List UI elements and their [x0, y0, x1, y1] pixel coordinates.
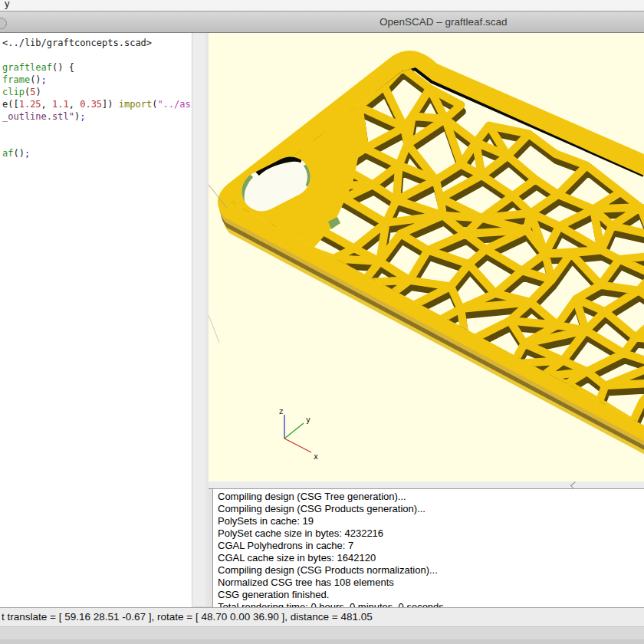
code-line: af(); — [0, 147, 192, 159]
window-button-icon[interactable] — [0, 18, 7, 29]
console-line: Compiling design (CSG Tree generation)..… — [213, 491, 644, 503]
window-title: OpenSCAD – graftleaf.scad — [380, 16, 508, 28]
code-line: <../lib/graftconcepts.scad> — [0, 37, 192, 49]
console-line: CSG generation finished. — [213, 589, 644, 601]
z-axis-label: z — [279, 407, 283, 416]
y-axis-label: y — [306, 416, 310, 424]
code-line: clip(5) — [0, 86, 192, 98]
console-log[interactable]: Compiling design (CSG Tree generation)..… — [212, 488, 644, 609]
editor-scrollbar[interactable] — [192, 33, 206, 606]
code-line: e([1.25, 1.1, 0.35]) import("../asse — [0, 98, 192, 110]
code-line — [0, 123, 192, 135]
x-axis-label: x — [314, 452, 318, 461]
console-line: Compiling design (CSG Products generatio… — [213, 503, 644, 515]
openscad-app: y OpenSCAD – graftleaf.scad <../lib/graf… — [0, 0, 644, 644]
right-pane: z y x Compiling design (CSG Tree generat… — [209, 33, 644, 606]
console-line: PolySets in cache: 19 — [213, 515, 644, 527]
background-menubar: y — [0, 0, 644, 12]
code-line: frame(); — [0, 74, 192, 86]
code-line: _outline.stl"); — [0, 110, 192, 123]
viewport-status-text: t translate = [ 59.16 28.51 -0.67 ], rot… — [2, 611, 373, 623]
3d-viewport[interactable]: z y x — [209, 33, 644, 481]
menubar-overflow-text: y — [5, 0, 10, 9]
status-bar: t translate = [ 59.16 28.51 -0.67 ], rot… — [0, 607, 644, 626]
window-bottom-strip — [0, 626, 644, 644]
console-line: PolySet cache size in bytes: 4232216 — [213, 527, 644, 540]
window-bottom-edge — [0, 639, 644, 644]
console-line: CGAL cache size in bytes: 1642120 — [213, 552, 644, 564]
code-editor[interactable]: <../lib/graftconcepts.scad>graftleaf() {… — [0, 33, 192, 610]
code-line: graftleaf() { — [0, 61, 192, 74]
console-line: CGAL Polyhedrons in cache: 7 — [213, 540, 644, 552]
code-line — [0, 49, 192, 61]
window-titlebar[interactable]: OpenSCAD – graftleaf.scad — [0, 12, 644, 33]
code-line — [0, 135, 192, 147]
console-line: Compiling design (CSG Products normaliza… — [213, 564, 644, 577]
console-line: Normalized CSG tree has 108 elements — [213, 577, 644, 589]
